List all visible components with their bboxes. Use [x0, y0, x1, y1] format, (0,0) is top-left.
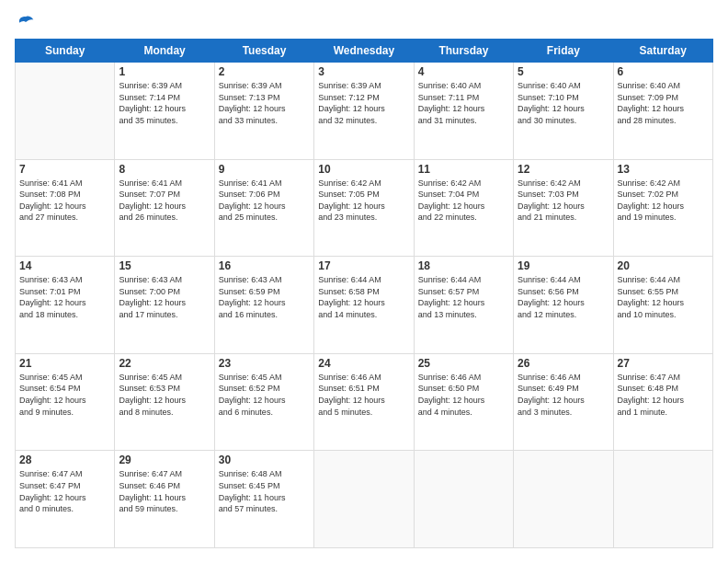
header — [15, 15, 713, 33]
day-number: 12 — [518, 163, 609, 176]
calendar-week-row: 1Sunrise: 6:39 AM Sunset: 7:14 PM Daylig… — [16, 63, 713, 160]
day-number: 8 — [119, 163, 210, 176]
day-number: 19 — [518, 259, 609, 272]
calendar-cell: 30Sunrise: 6:48 AM Sunset: 6:45 PM Dayli… — [214, 451, 313, 548]
calendar-cell: 28Sunrise: 6:47 AM Sunset: 6:47 PM Dayli… — [16, 451, 115, 548]
day-number: 13 — [618, 163, 709, 176]
calendar-cell — [514, 451, 613, 548]
calendar-cell: 11Sunrise: 6:42 AM Sunset: 7:04 PM Dayli… — [414, 159, 513, 257]
day-number: 9 — [219, 163, 310, 176]
day-number: 29 — [119, 454, 210, 466]
day-info: Sunrise: 6:46 AM Sunset: 6:51 PM Dayligh… — [318, 372, 409, 418]
day-info: Sunrise: 6:47 AM Sunset: 6:47 PM Dayligh… — [19, 468, 110, 514]
logo-bird-icon — [17, 15, 35, 29]
day-number: 20 — [618, 259, 709, 272]
page: SundayMondayTuesdayWednesdayThursdayFrid… — [0, 0, 728, 563]
calendar-cell: 8Sunrise: 6:41 AM Sunset: 7:07 PM Daylig… — [115, 159, 214, 257]
day-number: 1 — [119, 65, 210, 78]
day-number: 25 — [418, 357, 509, 370]
calendar-cell: 20Sunrise: 6:44 AM Sunset: 6:55 PM Dayli… — [613, 257, 712, 354]
day-info: Sunrise: 6:46 AM Sunset: 6:50 PM Dayligh… — [418, 372, 509, 418]
day-number: 21 — [19, 357, 110, 370]
day-number: 11 — [418, 163, 509, 176]
calendar-week-row: 28Sunrise: 6:47 AM Sunset: 6:47 PM Dayli… — [16, 451, 713, 548]
day-info: Sunrise: 6:40 AM Sunset: 7:09 PM Dayligh… — [618, 80, 709, 126]
day-info: Sunrise: 6:45 AM Sunset: 6:52 PM Dayligh… — [219, 372, 310, 418]
day-number: 26 — [518, 357, 609, 370]
day-number: 22 — [119, 357, 210, 370]
calendar-cell: 21Sunrise: 6:45 AM Sunset: 6:54 PM Dayli… — [16, 353, 115, 451]
calendar-table: SundayMondayTuesdayWednesdayThursdayFrid… — [15, 39, 713, 548]
day-number: 27 — [618, 357, 709, 370]
calendar-cell: 6Sunrise: 6:40 AM Sunset: 7:09 PM Daylig… — [613, 63, 712, 160]
calendar-week-row: 7Sunrise: 6:41 AM Sunset: 7:08 PM Daylig… — [16, 159, 713, 257]
calendar-cell: 4Sunrise: 6:40 AM Sunset: 7:11 PM Daylig… — [414, 63, 513, 160]
calendar-cell — [414, 451, 513, 548]
day-number: 3 — [318, 65, 409, 78]
calendar-day-header: Wednesday — [314, 40, 414, 63]
day-number: 14 — [19, 259, 110, 272]
day-number: 23 — [219, 357, 310, 370]
calendar-cell — [613, 451, 712, 548]
day-number: 10 — [318, 163, 409, 176]
day-info: Sunrise: 6:44 AM Sunset: 6:56 PM Dayligh… — [518, 274, 609, 320]
calendar-day-header: Monday — [115, 40, 214, 63]
day-number: 6 — [618, 65, 709, 78]
calendar-cell: 5Sunrise: 6:40 AM Sunset: 7:10 PM Daylig… — [514, 63, 613, 160]
day-info: Sunrise: 6:48 AM Sunset: 6:45 PM Dayligh… — [219, 468, 310, 514]
day-info: Sunrise: 6:44 AM Sunset: 6:58 PM Dayligh… — [318, 274, 409, 320]
day-number: 30 — [219, 454, 310, 466]
day-info: Sunrise: 6:40 AM Sunset: 7:10 PM Dayligh… — [518, 80, 609, 126]
day-info: Sunrise: 6:39 AM Sunset: 7:14 PM Dayligh… — [119, 80, 210, 126]
calendar-day-header: Thursday — [414, 40, 513, 63]
calendar-cell: 15Sunrise: 6:43 AM Sunset: 7:00 PM Dayli… — [115, 257, 214, 354]
calendar-cell: 14Sunrise: 6:43 AM Sunset: 7:01 PM Dayli… — [16, 257, 115, 354]
day-info: Sunrise: 6:45 AM Sunset: 6:53 PM Dayligh… — [119, 372, 210, 418]
calendar-cell: 16Sunrise: 6:43 AM Sunset: 6:59 PM Dayli… — [214, 257, 313, 354]
day-info: Sunrise: 6:42 AM Sunset: 7:05 PM Dayligh… — [318, 178, 409, 224]
day-info: Sunrise: 6:39 AM Sunset: 7:13 PM Dayligh… — [219, 80, 310, 126]
day-number: 7 — [19, 163, 110, 176]
calendar-cell: 13Sunrise: 6:42 AM Sunset: 7:02 PM Dayli… — [613, 159, 712, 257]
calendar-week-row: 14Sunrise: 6:43 AM Sunset: 7:01 PM Dayli… — [16, 257, 713, 354]
calendar-cell: 25Sunrise: 6:46 AM Sunset: 6:50 PM Dayli… — [414, 353, 513, 451]
day-info: Sunrise: 6:39 AM Sunset: 7:12 PM Dayligh… — [318, 80, 409, 126]
day-number: 24 — [318, 357, 409, 370]
day-number: 15 — [119, 259, 210, 272]
day-number: 4 — [418, 65, 509, 78]
day-info: Sunrise: 6:42 AM Sunset: 7:03 PM Dayligh… — [518, 178, 609, 224]
calendar-day-header: Saturday — [613, 40, 712, 63]
day-info: Sunrise: 6:45 AM Sunset: 6:54 PM Dayligh… — [19, 372, 110, 418]
logo — [15, 15, 35, 33]
calendar-cell: 19Sunrise: 6:44 AM Sunset: 6:56 PM Dayli… — [514, 257, 613, 354]
calendar-cell: 12Sunrise: 6:42 AM Sunset: 7:03 PM Dayli… — [514, 159, 613, 257]
day-number: 18 — [418, 259, 509, 272]
day-info: Sunrise: 6:47 AM Sunset: 6:48 PM Dayligh… — [618, 372, 709, 418]
calendar-cell: 26Sunrise: 6:46 AM Sunset: 6:49 PM Dayli… — [514, 353, 613, 451]
day-info: Sunrise: 6:42 AM Sunset: 7:02 PM Dayligh… — [618, 178, 709, 224]
calendar-cell: 23Sunrise: 6:45 AM Sunset: 6:52 PM Dayli… — [214, 353, 313, 451]
day-info: Sunrise: 6:46 AM Sunset: 6:49 PM Dayligh… — [518, 372, 609, 418]
calendar-cell — [16, 63, 115, 160]
day-info: Sunrise: 6:43 AM Sunset: 7:00 PM Dayligh… — [119, 274, 210, 320]
day-number: 2 — [219, 65, 310, 78]
calendar-day-header: Tuesday — [214, 40, 313, 63]
calendar-cell: 29Sunrise: 6:47 AM Sunset: 6:46 PM Dayli… — [115, 451, 214, 548]
calendar-week-row: 21Sunrise: 6:45 AM Sunset: 6:54 PM Dayli… — [16, 353, 713, 451]
calendar-cell: 2Sunrise: 6:39 AM Sunset: 7:13 PM Daylig… — [214, 63, 313, 160]
calendar-cell: 7Sunrise: 6:41 AM Sunset: 7:08 PM Daylig… — [16, 159, 115, 257]
calendar-day-header: Sunday — [16, 40, 115, 63]
day-info: Sunrise: 6:41 AM Sunset: 7:06 PM Dayligh… — [219, 178, 310, 224]
calendar-cell: 18Sunrise: 6:44 AM Sunset: 6:57 PM Dayli… — [414, 257, 513, 354]
day-info: Sunrise: 6:41 AM Sunset: 7:07 PM Dayligh… — [119, 178, 210, 224]
day-info: Sunrise: 6:41 AM Sunset: 7:08 PM Dayligh… — [19, 178, 110, 224]
day-info: Sunrise: 6:40 AM Sunset: 7:11 PM Dayligh… — [418, 80, 509, 126]
day-number: 16 — [219, 259, 310, 272]
day-number: 17 — [318, 259, 409, 272]
day-info: Sunrise: 6:43 AM Sunset: 6:59 PM Dayligh… — [219, 274, 310, 320]
day-info: Sunrise: 6:44 AM Sunset: 6:57 PM Dayligh… — [418, 274, 509, 320]
calendar-cell: 24Sunrise: 6:46 AM Sunset: 6:51 PM Dayli… — [314, 353, 414, 451]
calendar-cell — [314, 451, 414, 548]
day-info: Sunrise: 6:44 AM Sunset: 6:55 PM Dayligh… — [618, 274, 709, 320]
day-info: Sunrise: 6:42 AM Sunset: 7:04 PM Dayligh… — [418, 178, 509, 224]
